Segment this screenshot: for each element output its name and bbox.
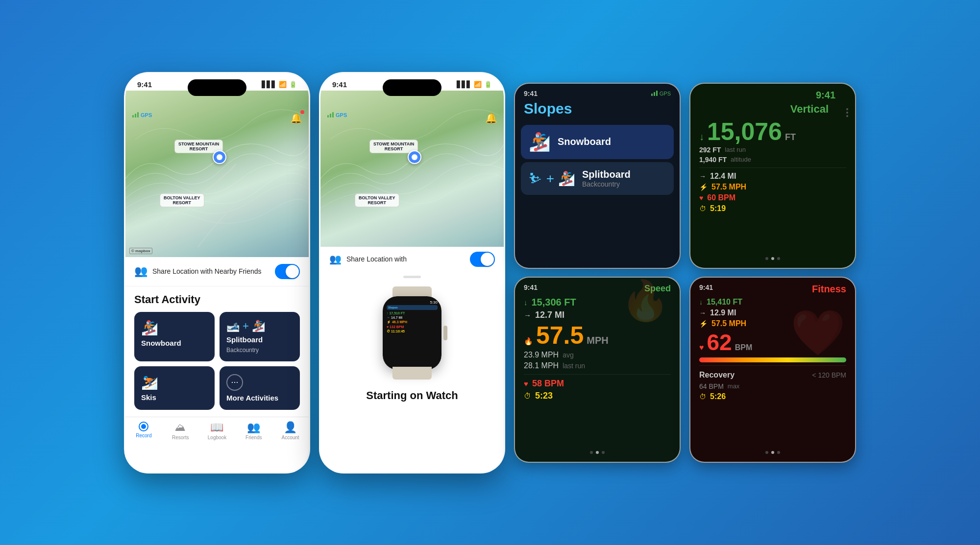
vertical-panel: 9:41 Vertical ↓ 15,076 FT 292 FT last ru… xyxy=(689,83,856,269)
speed-dot-3 xyxy=(602,451,605,454)
vert-292-val: 292 FT xyxy=(699,146,721,154)
speed-timer-row: ⏱ 5:23 xyxy=(515,390,680,402)
speed-panel: 🔥 9:41 Speed ↓ 15,306 FT → 12.7 MI 🔥 57.… xyxy=(514,277,681,463)
tab-bar: Record ⛰ Resorts 📖 Logbook 👥 Friends 👤 A… xyxy=(125,417,309,442)
speed-dot-1 xyxy=(590,451,593,454)
main-layout: 9:41 ▋▋▋ 📶 🔋 xyxy=(114,62,866,483)
vert-lightning: ⚡ xyxy=(699,183,708,191)
wifi-icon-2: 📶 xyxy=(474,81,482,88)
recovery-value: < 120 BPM xyxy=(812,371,846,379)
dynamic-island-1 xyxy=(188,79,246,96)
fitness-title: Fitness xyxy=(812,284,846,295)
vert-dot-3 xyxy=(777,257,780,260)
recovery-label: Recovery xyxy=(699,371,735,379)
vertical-status: 9:41 xyxy=(690,84,855,103)
speed-dist-val: 12.7 MI xyxy=(535,310,564,320)
record-icon xyxy=(138,421,149,432)
speed-timer-icon: ⏱ xyxy=(524,392,531,400)
speed-lastrun-label: last run xyxy=(563,362,585,370)
signal-icon-1: ▋▋▋ xyxy=(262,81,276,88)
fit-dot-1 xyxy=(765,451,768,454)
recovery-row: Recovery < 120 BPM xyxy=(690,369,855,381)
vert-dot-2 xyxy=(771,257,774,260)
activity-panel-gps: GPS xyxy=(651,90,671,97)
vert-stat-mph: ⚡ 57.5 MPH xyxy=(690,182,855,192)
snowboard-btn[interactable]: 🏂 Snowboard xyxy=(134,312,215,361)
vertical-big-number: 15,076 xyxy=(707,119,782,144)
fit-hr-big: 62 xyxy=(707,331,732,354)
snowboard-card-name: Snowboard xyxy=(558,136,611,147)
tab-account[interactable]: 👤 Account xyxy=(272,421,309,440)
snowboard-label: Snowboard xyxy=(141,339,208,347)
panels-col-2: 9:41 Vertical ↓ 15,076 FT 292 FT last ru… xyxy=(689,83,856,463)
snowboard-icon: 🏂 xyxy=(141,320,208,336)
share-toggle-2[interactable] xyxy=(470,252,495,267)
status-time-1: 9:41 xyxy=(137,80,152,89)
vert-stat-1940: 1,940 FT altitude xyxy=(690,155,855,165)
tab-record[interactable]: Record xyxy=(125,421,162,440)
status-icons-2: ▋▋▋ 📶 🔋 xyxy=(457,81,492,88)
more-activities-btn[interactable]: ··· More Activities xyxy=(220,366,300,410)
vertical-big-unit: FT xyxy=(785,132,796,142)
more-icon: ··· xyxy=(226,374,243,391)
dot-2 xyxy=(846,112,848,114)
vert-292-label: last run xyxy=(725,146,746,153)
battery-icon-1: 🔋 xyxy=(289,81,297,88)
vert-timer-val: 5:19 xyxy=(710,204,726,213)
fitness-maxhr-row: 64 BPM max xyxy=(690,381,855,391)
splitboard-card-name: Splitboard xyxy=(582,169,631,180)
vert-stat-mi: → 12.4 MI xyxy=(690,171,855,182)
speed-down-icon: ↓ xyxy=(524,298,528,307)
slopes-title: Slopes xyxy=(515,100,680,122)
user-pin-1 xyxy=(213,150,226,164)
logbook-icon: 📖 xyxy=(210,421,223,434)
user-pin-2 xyxy=(408,150,421,164)
speed-time: 9:41 xyxy=(524,284,538,294)
speed-big-unit: MPH xyxy=(587,335,608,346)
share-text: Share Location with Nearby Friends xyxy=(152,267,262,276)
dot-3 xyxy=(846,115,848,117)
skis-btn[interactable]: ⛷️ Skis xyxy=(134,366,215,410)
vertical-title-row: Vertical xyxy=(690,103,855,118)
bell-icon-2[interactable]: 🔔 xyxy=(485,112,497,124)
flame-icon: 🔥 xyxy=(621,278,670,324)
activity-gps-label: GPS xyxy=(660,91,671,96)
tab-resorts[interactable]: ⛰ Resorts xyxy=(162,421,199,440)
share-icon: 👥 xyxy=(134,265,147,278)
fit-dot-2 xyxy=(771,451,774,454)
vert-hr-val: 60 BPM xyxy=(707,193,735,202)
vert-timer-icon: ⏱ xyxy=(699,205,706,213)
watch-modal: 5:30 Slopes ↑ 17,510 FT → 14.7 MI xyxy=(320,272,504,472)
vertical-dots-menu[interactable] xyxy=(846,108,848,117)
snowboard-card-icon: 🏂 xyxy=(529,132,551,152)
dot-1 xyxy=(846,108,848,110)
speed-big-row: 🔥 57.5 MPH xyxy=(515,321,680,350)
fit-timer-val: 5:26 xyxy=(710,392,726,401)
panels-col-1: 9:41 GPS Slopes 🏂 Snowboard xyxy=(514,83,681,463)
splitboard-btn[interactable]: 🎿 + 🏂 Splitboard Backcountry xyxy=(220,312,300,361)
tab-logbook[interactable]: 📖 Logbook xyxy=(199,421,236,440)
speed-dot-2 xyxy=(596,451,599,454)
fit-dot-3 xyxy=(777,451,780,454)
skis-label: Skis xyxy=(141,393,208,402)
friends-icon: 👥 xyxy=(247,421,260,434)
speed-right-icon: → xyxy=(524,311,531,319)
share-toggle[interactable] xyxy=(275,264,300,279)
fitness-page-dots xyxy=(690,446,855,458)
heart-bg-icon: ❤️ xyxy=(790,307,845,358)
splitboard-card[interactable]: ⛷ + 🏂 Splitboard Backcountry xyxy=(521,162,674,195)
activity-panel: 9:41 GPS Slopes 🏂 Snowboard xyxy=(514,83,681,269)
map-1[interactable]: GPS 🔔 STOWE MOUNTAINRESORT BOLTON VALLEY… xyxy=(125,91,309,257)
status-time-2: 9:41 xyxy=(332,80,347,89)
fit-speed-val: 57.5 MPH xyxy=(711,319,746,328)
account-label: Account xyxy=(282,435,299,440)
bell-icon-1[interactable]: 🔔 xyxy=(290,112,302,124)
start-activity-section: Start Activity 🏂 Snowboard 🎿 + 🏂 Splitbo… xyxy=(125,286,309,417)
snowboard-card[interactable]: 🏂 Snowboard xyxy=(521,125,674,159)
mapbox-attr-1: © mapbox xyxy=(129,248,152,254)
tab-friends[interactable]: 👥 Friends xyxy=(235,421,272,440)
fit-heart-icon: ♥ xyxy=(699,343,704,352)
speed-hr-row: ♥ 58 BPM xyxy=(515,378,680,390)
activity-panel-status: 9:41 GPS xyxy=(515,84,680,100)
vert-mi-val: 12.4 MI xyxy=(710,172,736,181)
